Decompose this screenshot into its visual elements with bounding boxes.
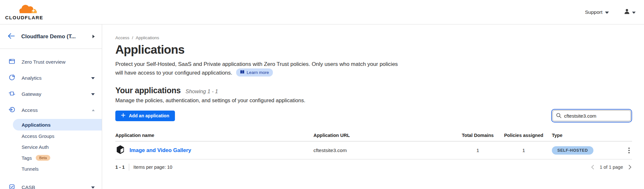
account-name: Cloudflare Demo (T... [21,33,76,40]
chevron-down-icon [605,9,609,15]
sidebar-item-label: Zero Trust overview [22,59,65,65]
sidebar-item-label: Tunnels [22,166,39,172]
cloudflare-logo-text: CLOUDFLARE [5,15,43,20]
result-range: 1 - 1 [115,165,125,170]
add-application-button[interactable]: Add an application [115,111,175,121]
access-icon [9,106,15,114]
section-title: Your applications [115,86,181,95]
chevron-down-icon [91,77,95,79]
sidebar-item-label: Applications [22,122,51,128]
sidebar-nav: Zero Trust overview Analytics [0,49,102,189]
policies-assigned-cell: 1 [495,148,552,153]
self-hosted-app-cube-icon [116,145,125,156]
column-header-application-name: Application name [115,133,313,138]
sidebar: Cloudflare Demo (T... Zero Trust overvie… [0,24,102,189]
section-subtitle: Manage the policies, authentication, and… [115,97,632,104]
support-label: Support [585,9,602,15]
next-page-icon[interactable] [628,164,632,170]
table-row: Image and Video Gallery cftestsite3.com … [115,141,632,159]
access-sub-list: Applications Access Groups Service Auth … [0,118,102,176]
search-input[interactable] [553,110,631,121]
analytics-icon [9,74,15,82]
sidebar-item-casb[interactable]: CASB [0,179,102,189]
support-menu[interactable]: Support [585,9,609,15]
breadcrumb-separator: / [132,35,133,40]
application-name-link[interactable]: Image and Video Gallery [130,147,191,153]
sidebar-item-analytics[interactable]: Analytics [0,70,102,86]
sidebar-item-label: CASB [22,184,35,189]
chevron-down-icon [91,186,95,189]
top-bar: CLOUDFLARE Support [0,0,644,24]
main-content: Access / Applications Applications Prote… [102,24,644,189]
sidebar-item-tags[interactable]: Tags Beta [0,152,102,163]
casb-icon [9,184,15,189]
column-header-application-url: Application URL [313,133,460,138]
learn-more-label: Learn more [247,69,269,76]
sidebar-item-gateway[interactable]: Gateway [0,86,102,102]
page-title: Applications [115,43,632,57]
sidebar-item-zero-trust-overview[interactable]: Zero Trust overview [0,54,102,70]
items-per-page: Items per page: 10 [133,165,172,170]
add-application-label: Add an application [129,113,169,118]
sidebar-item-tunnels[interactable]: Tunnels [0,163,102,174]
page-description: Protect your Self-Hosted, SaaS and Priva… [115,60,400,77]
chevron-down-icon [632,9,636,15]
page-info: 1 of 1 page [600,165,623,170]
user-icon [624,8,630,16]
search-box [553,110,631,121]
breadcrumb-access[interactable]: Access [115,35,130,40]
account-selector[interactable]: Cloudflare Demo (T... [0,24,102,49]
row-actions-kebab-icon[interactable] [626,146,632,155]
sidebar-item-label: Tags [22,155,32,161]
overview-icon [9,58,15,66]
table-footer: 1 - 1 Items per page: 10 1 of 1 page [115,164,632,171]
column-header-policies-assigned: Policies assigned [495,133,552,138]
sidebar-item-label: Service Auth [22,144,49,150]
sidebar-item-label: Access [22,107,38,113]
type-badge: SELF-HOSTED [552,146,593,155]
beta-badge: Beta [36,155,51,161]
cloudflare-cloud-icon [18,4,38,15]
cloudflare-logo[interactable]: CLOUDFLARE [5,4,43,20]
sidebar-item-access[interactable]: Access [0,102,102,118]
breadcrumb: Access / Applications [115,35,632,40]
footer-divider [129,164,129,171]
chevron-up-icon [92,109,95,111]
sidebar-item-applications[interactable]: Applications [13,119,102,130]
sidebar-item-label: Access Groups [22,133,54,139]
plus-icon [121,113,125,118]
gateway-icon [9,90,15,98]
table-header-row: Application name Application URL Total D… [115,129,632,141]
caret-right-icon [92,35,95,38]
total-domains-cell: 1 [460,148,495,153]
showing-count: Showing 1 - 1 [186,88,218,94]
column-header-total-domains: Total Domains [460,133,495,138]
chevron-down-icon [91,93,95,95]
sidebar-item-access-groups[interactable]: Access Groups [0,130,102,141]
back-arrow-icon[interactable] [8,33,15,40]
sidebar-item-label: Gateway [22,91,41,97]
user-menu[interactable] [624,8,636,16]
previous-page-icon[interactable] [591,164,595,170]
sidebar-item-label: Analytics [22,75,42,81]
sidebar-item-service-auth[interactable]: Service Auth [0,141,102,152]
book-icon [240,69,245,76]
application-url-cell: cftestsite3.com [313,148,460,153]
search-icon [556,113,562,120]
applications-table: Application name Application URL Total D… [115,129,632,159]
breadcrumb-applications: Applications [136,35,159,40]
learn-more-button[interactable]: Learn more [236,68,273,77]
column-header-type: Type [552,133,615,138]
